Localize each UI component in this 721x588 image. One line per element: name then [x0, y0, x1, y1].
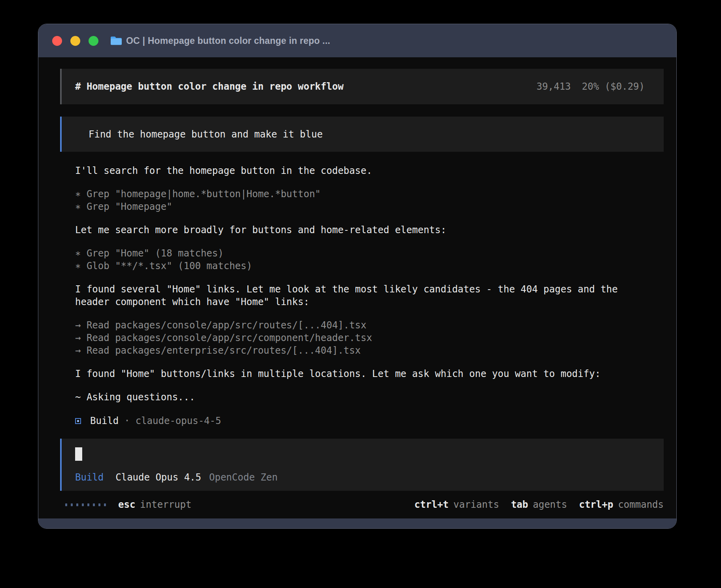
session-title: # Homepage button color change in repo w…	[75, 81, 344, 92]
hint-commands: ctrl+p commands	[579, 499, 664, 510]
hint-label: variants	[453, 499, 499, 510]
minimize-button[interactable]	[70, 36, 80, 46]
input-provider-label: OpenCode Zen	[209, 472, 277, 483]
zoom-button[interactable]	[89, 36, 98, 46]
agent-status-row: Build · claude-opus-4-5	[60, 415, 664, 427]
assistant-text-group: I found several "Home" links. Let me loo…	[60, 283, 664, 308]
tool-call-grep: ∗ Grep "homepage|home.*button|Home.*butt…	[60, 188, 664, 200]
user-message-text: Find the homepage button and make it blu…	[75, 128, 323, 141]
tool-call-read: → Read packages/enterprise/src/routes/[.…	[60, 344, 664, 357]
esc-key-label: interrupt	[140, 499, 191, 510]
hint-label: commands	[618, 499, 664, 510]
tool-call-read: → Read packages/console/app/src/componen…	[60, 332, 664, 344]
agent-name: Build	[90, 415, 119, 426]
spinner-dot	[104, 503, 106, 506]
hint-key: ctrl+t	[414, 499, 449, 510]
status-bar-left: esc interrupt	[65, 499, 191, 510]
spinner-dot	[71, 503, 73, 506]
tool-call-grep: ∗ Grep "Home" (18 matches)	[60, 247, 664, 260]
spinner-dots	[65, 503, 106, 506]
input-meta-row: Build Claude Opus 4.5 OpenCode Zen	[75, 472, 664, 483]
spinner-dot	[76, 503, 78, 506]
tool-call-glob: ∗ Glob "**/*.tsx" (100 matches)	[60, 260, 664, 272]
spinner-dot	[93, 503, 95, 506]
tool-call-group: ∗ Grep "Home" (18 matches) ∗ Glob "**/*.…	[60, 247, 664, 272]
titlebar: OC | Homepage button color change in rep…	[38, 24, 676, 57]
session-header: # Homepage button color change in repo w…	[60, 69, 664, 104]
agent-model: claude-opus-4-5	[136, 415, 221, 426]
session-stats: 39,413 20% ($0.29)	[536, 81, 645, 92]
assistant-text: Let me search more broadly for buttons a…	[60, 224, 664, 236]
status-bar: esc interrupt ctrl+t variants tab agents…	[60, 499, 664, 510]
traffic-lights	[52, 36, 98, 46]
input-agent-label: Build	[75, 472, 104, 483]
token-count: 39,413	[536, 81, 571, 92]
input-model-label: Claude Opus 4.5	[115, 472, 201, 483]
text-cursor	[75, 447, 82, 461]
spinner-dot	[65, 503, 67, 506]
tool-call-grep: ∗ Grep "Homepage"	[60, 200, 664, 213]
hint-key: tab	[511, 499, 528, 510]
window-title: OC | Homepage button color change in rep…	[126, 36, 330, 46]
hint-variants: ctrl+t variants	[414, 499, 499, 510]
tool-call-read: → Read packages/console/app/src/routes/[…	[60, 319, 664, 332]
hint-label: agents	[533, 499, 567, 510]
spinner-dot	[82, 503, 84, 506]
assistant-text: I found several "Home" links. Let me loo…	[60, 283, 664, 296]
user-message: Find the homepage button and make it blu…	[60, 117, 664, 152]
assistant-text: I found "Home" buttons/links in multiple…	[60, 368, 664, 380]
terminal-window: OC | Homepage button color change in rep…	[38, 24, 677, 529]
asking-status: ~ Asking questions...	[60, 391, 664, 403]
hint-key: ctrl+p	[579, 499, 613, 510]
agent-build-icon	[75, 418, 81, 424]
hint-agents: tab agents	[511, 499, 567, 510]
tool-call-group: ∗ Grep "homepage|home.*button|Home.*butt…	[60, 188, 664, 213]
close-button[interactable]	[52, 36, 62, 46]
prompt-input[interactable]: Build Claude Opus 4.5 OpenCode Zen	[60, 439, 664, 491]
spinner-dot	[87, 503, 89, 506]
esc-key-hint: esc	[118, 499, 135, 510]
status-bar-right: ctrl+t variants tab agents ctrl+p comman…	[414, 499, 664, 510]
folder-icon	[110, 36, 122, 45]
window-footer	[38, 518, 676, 528]
assistant-text: header component which have "Home" links…	[60, 296, 664, 308]
assistant-text: I'll search for the homepage button in t…	[60, 164, 664, 177]
context-cost: 20% ($0.29)	[582, 81, 645, 92]
terminal-content: # Homepage button color change in repo w…	[38, 57, 676, 518]
tool-call-group: → Read packages/console/app/src/routes/[…	[60, 319, 664, 357]
spinner-dot	[98, 503, 100, 506]
separator-dot: ·	[124, 415, 130, 426]
